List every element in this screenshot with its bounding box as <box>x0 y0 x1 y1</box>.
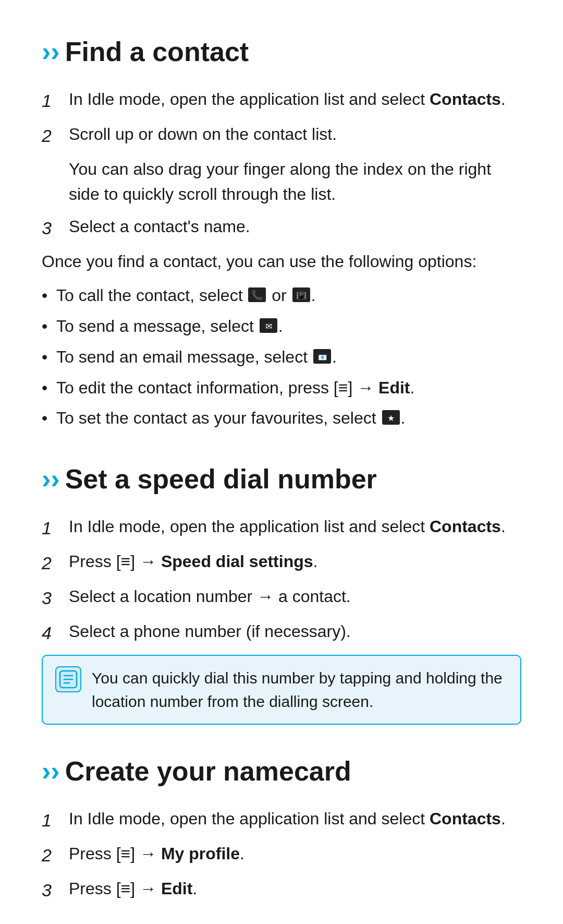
email-icon: 📧 <box>313 345 331 371</box>
step-number-1: 1 <box>42 87 63 114</box>
namecard-step-1: 1 In Idle mode, open the application lis… <box>42 806 521 834</box>
step-2: 2 Scroll up or down on the contact list. <box>42 122 521 149</box>
options-intro: Once you find a contact, you can use the… <box>42 249 521 274</box>
step-3: 3 Select a contact's name. <box>42 214 521 242</box>
section-speed-dial: ›› Set a speed dial number 1 In Idle mod… <box>42 459 521 725</box>
namecard-step-1-content: In Idle mode, open the application list … <box>69 806 521 834</box>
namecard-step-number-2: 2 <box>42 841 63 869</box>
step-number-2: 2 <box>42 122 63 149</box>
step-number-3: 3 <box>42 214 63 242</box>
step-2-sub: You can also drag your finger along the … <box>69 157 521 207</box>
speed-step-number-4: 4 <box>42 619 63 646</box>
section-heading-3: Create your namecard <box>65 751 351 791</box>
section-namecard: ›› Create your namecard 1 In Idle mode, … <box>42 751 521 904</box>
namecard-step-number-1: 1 <box>42 806 63 834</box>
speed-step-number-3: 3 <box>42 584 63 611</box>
svg-text:✉: ✉ <box>265 322 272 331</box>
option-favourite: To set the contact as your favourites, s… <box>42 405 521 433</box>
speed-step-4: 4 Select a phone number (if necessary). <box>42 619 521 646</box>
note-text: You can quickly dial this number by tapp… <box>92 666 508 713</box>
note-icon <box>55 666 81 692</box>
edit-label: Edit <box>378 378 410 397</box>
speed-step-1-content: In Idle mode, open the application list … <box>69 514 521 542</box>
contacts-label-1: Contacts <box>430 90 501 109</box>
speed-step-4-content: Select a phone number (if necessary). <box>69 619 521 646</box>
my-profile-label: My profile <box>161 844 240 863</box>
speed-step-3-content: Select a location number → a contact. <box>69 584 521 611</box>
section-heading-2: Set a speed dial number <box>65 459 377 499</box>
chevron-icon-3: ›› <box>42 751 60 791</box>
namecard-step-number-3: 3 <box>42 876 63 904</box>
option-message: To send a message, select ✉ . <box>42 313 521 341</box>
section-find-contact: ›› Find a contact 1 In Idle mode, open t… <box>42 31 521 433</box>
chevron-icon: ›› <box>42 31 60 72</box>
phone-icon: 📞 <box>248 283 266 310</box>
note-box: You can quickly dial this number by tapp… <box>42 655 521 725</box>
svg-text:📧: 📧 <box>317 353 327 362</box>
option-edit: To edit the contact information, press [… <box>42 375 521 401</box>
speed-step-1: 1 In Idle mode, open the application lis… <box>42 514 521 542</box>
step-3-content: Select a contact's name. <box>69 214 521 242</box>
step-2-content: Scroll up or down on the contact list. <box>69 122 521 149</box>
section-title-namecard: ›› Create your namecard <box>42 751 521 791</box>
message-icon: ✉ <box>260 314 277 341</box>
speed-step-3: 3 Select a location number → a contact. <box>42 584 521 611</box>
svg-text:📞: 📞 <box>251 290 263 301</box>
section-title-find-contact: ›› Find a contact <box>42 31 521 72</box>
section-heading: Find a contact <box>65 31 249 72</box>
svg-text:★: ★ <box>387 414 395 423</box>
namecard-step-3-content: Press [≡] → Edit. <box>69 876 521 904</box>
phone2-icon: 📳 <box>292 283 310 310</box>
contacts-label-2: Contacts <box>430 517 501 536</box>
namecard-step-2-content: Press [≡] → My profile. <box>69 841 521 869</box>
namecard-step-3: 3 Press [≡] → Edit. <box>42 876 521 904</box>
edit-label-2: Edit <box>161 879 192 898</box>
namecard-step-2: 2 Press [≡] → My profile. <box>42 841 521 869</box>
speed-step-number-1: 1 <box>42 514 63 542</box>
section-title-speed-dial: ›› Set a speed dial number <box>42 459 521 499</box>
speed-step-number-2: 2 <box>42 549 63 577</box>
step-1: 1 In Idle mode, open the application lis… <box>42 87 521 114</box>
svg-text:📳: 📳 <box>296 291 307 301</box>
step-1-content: In Idle mode, open the application list … <box>69 87 521 114</box>
option-call: To call the contact, select 📞 or 📳 . <box>42 282 521 310</box>
speed-step-2: 2 Press [≡] → Speed dial settings. <box>42 549 521 577</box>
speed-step-2-content: Press [≡] → Speed dial settings. <box>69 549 521 577</box>
speed-dial-settings-label: Speed dial settings <box>161 552 313 571</box>
contacts-label-3: Contacts <box>430 809 501 828</box>
chevron-icon-2: ›› <box>42 459 60 499</box>
star-icon: ★ <box>382 406 400 433</box>
options-list: To call the contact, select 📞 or 📳 . To … <box>42 282 521 433</box>
option-email: To send an email message, select 📧 . <box>42 344 521 371</box>
